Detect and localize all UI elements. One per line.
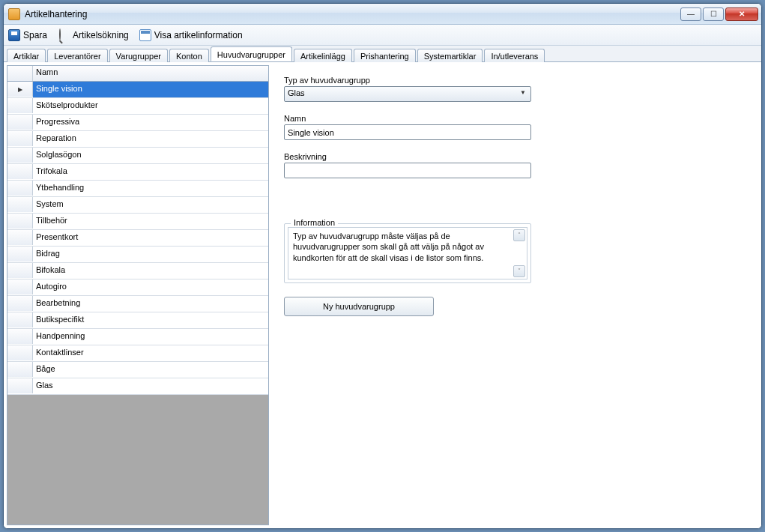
row-header[interactable] [7, 164, 33, 179]
group-name-cell: Bifokala [33, 263, 268, 279]
row-header[interactable] [7, 82, 33, 97]
content-area: Namn Single visionSkötselprodukterProgre… [4, 62, 761, 528]
group-name-cell: Kontaktlinser [33, 345, 268, 361]
row-header[interactable] [7, 378, 33, 393]
show-article-info-button[interactable]: Visa artikelinformation [139, 29, 243, 41]
tab-varugrupper[interactable]: Varugrupper [109, 49, 168, 62]
desc-input[interactable] [284, 163, 531, 178]
row-header[interactable] [7, 131, 33, 146]
grid-corner [7, 66, 33, 81]
table-row[interactable]: Bidrag [7, 247, 268, 263]
type-select-value: Glas [288, 88, 305, 97]
type-select[interactable]: Glas [284, 86, 531, 102]
table-row[interactable]: Glas [7, 378, 268, 395]
table-row[interactable]: Progressiva [7, 115, 268, 131]
table-row[interactable]: Solglasögon [7, 148, 268, 164]
group-name-cell: Bearbetning [33, 296, 268, 312]
group-name-cell: Bidrag [33, 247, 268, 262]
row-header[interactable] [7, 345, 33, 360]
row-header[interactable] [7, 263, 33, 278]
app-icon [8, 8, 20, 20]
table-row[interactable]: Skötselprodukter [7, 98, 268, 115]
tab-huvudvarugrupper[interactable]: Huvudvarugrupper [211, 46, 292, 61]
name-label: Namn [284, 114, 743, 123]
tab-systemartiklar[interactable]: Systemartiklar [417, 49, 483, 62]
info-icon [139, 29, 151, 41]
tabstrip: Artiklar Leverantörer Varugrupper Konton… [4, 46, 761, 62]
row-header[interactable] [7, 115, 33, 130]
toolbar: Spara Artikelsökning Visa artikelinforma… [4, 25, 761, 46]
table-row[interactable]: Butikspecifikt [7, 312, 268, 329]
group-name-cell: Reparation [33, 131, 268, 147]
type-label: Typ av huvudvarugrupp [284, 76, 743, 85]
save-icon [8, 29, 20, 41]
row-header[interactable] [7, 214, 33, 229]
tab-inutleverans[interactable]: In/utleverans [484, 49, 545, 62]
information-fieldset: Information Typ av huvudvarugrupp måste … [284, 223, 531, 283]
row-header[interactable] [7, 197, 33, 212]
group-name-cell: Presentkort [33, 230, 268, 246]
tab-prishantering[interactable]: Prishantering [354, 49, 416, 62]
showinfo-label: Visa artikelinformation [154, 30, 243, 40]
table-row[interactable]: Single vision [7, 82, 268, 98]
info-scroll-down[interactable]: ˅ [513, 265, 525, 277]
row-header[interactable] [7, 148, 33, 163]
table-row[interactable]: Bifokala [7, 263, 268, 279]
tab-artikelinlagg[interactable]: Artikelinlägg [294, 49, 352, 62]
grid-empty-area [7, 395, 268, 525]
row-header[interactable] [7, 296, 33, 311]
group-name-cell: Solglasögon [33, 148, 268, 163]
search-icon [58, 29, 70, 41]
row-header[interactable] [7, 279, 33, 294]
close-button[interactable]: ✕ [725, 7, 758, 21]
row-header[interactable] [7, 98, 33, 113]
article-search-button[interactable]: Artikelsökning [58, 29, 129, 41]
row-header[interactable] [7, 230, 33, 245]
group-name-cell: Handpenning [33, 329, 268, 345]
name-input[interactable] [284, 124, 531, 140]
save-label: Spara [23, 30, 47, 40]
table-row[interactable]: Bearbetning [7, 296, 268, 312]
table-row[interactable]: Trifokala [7, 164, 268, 181]
table-row[interactable]: Autogiro [7, 279, 268, 296]
table-row[interactable]: Kontaktlinser [7, 345, 268, 362]
table-row[interactable]: Tillbehör [7, 214, 268, 230]
table-row[interactable]: Båge [7, 362, 268, 378]
group-name-cell: Skötselprodukter [33, 98, 268, 114]
tab-leverantorer[interactable]: Leverantörer [47, 49, 107, 62]
table-row[interactable]: Presentkort [7, 230, 268, 247]
group-name-cell: Båge [33, 362, 268, 378]
row-header[interactable] [7, 362, 33, 377]
table-row[interactable]: Handpenning [7, 329, 268, 345]
row-header[interactable] [7, 181, 33, 196]
maximize-button[interactable]: ☐ [703, 7, 724, 21]
tab-artiklar[interactable]: Artiklar [7, 49, 46, 62]
row-header[interactable] [7, 329, 33, 344]
group-name-cell: Tillbehör [33, 214, 268, 229]
group-name-cell: Trifokala [33, 164, 268, 180]
group-name-cell: Autogiro [33, 279, 268, 295]
information-legend: Information [291, 218, 338, 227]
table-row[interactable]: Reparation [7, 131, 268, 148]
info-scroll-up[interactable]: ˄ [513, 229, 525, 241]
group-name-cell: Glas [33, 378, 268, 394]
save-button[interactable]: Spara [8, 29, 47, 41]
group-name-cell: Single vision [33, 82, 268, 97]
row-header[interactable] [7, 247, 33, 262]
minimize-button[interactable]: — [680, 7, 701, 21]
window-title: Artikelhantering [25, 9, 680, 19]
tab-konton[interactable]: Konton [169, 49, 209, 62]
grid-column-header[interactable]: Namn [33, 66, 268, 81]
group-grid[interactable]: Namn Single visionSkötselprodukterProgre… [7, 65, 269, 525]
desc-label: Beskrivning [284, 152, 743, 161]
new-group-button[interactable]: Ny huvudvarugrupp [284, 297, 434, 316]
titlebar[interactable]: Artikelhantering — ☐ ✕ [4, 4, 761, 25]
row-header[interactable] [7, 312, 33, 327]
app-window: Artikelhantering — ☐ ✕ Spara Artikelsökn… [3, 3, 762, 529]
group-name-cell: System [33, 197, 268, 213]
group-name-cell: Butikspecifikt [33, 312, 268, 328]
right-panel: Typ av huvudvarugrupp Glas Namn Beskrivn… [269, 65, 758, 525]
information-text: Typ av huvudvarugrupp måste väljas på de… [288, 227, 527, 279]
table-row[interactable]: Ytbehandling [7, 181, 268, 197]
table-row[interactable]: System [7, 197, 268, 214]
